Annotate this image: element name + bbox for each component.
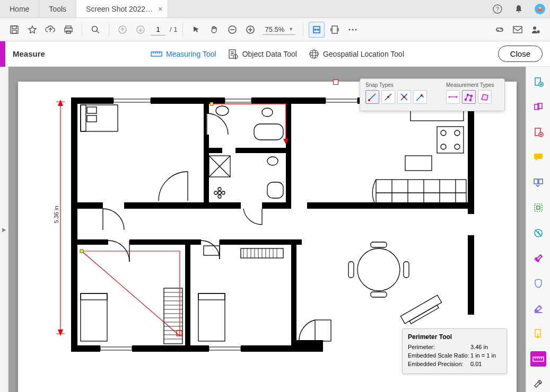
fit-page-icon[interactable] — [327, 22, 343, 38]
tab-document[interactable]: Screen Shot 2022… × — [76, 0, 168, 17]
svg-point-28 — [310, 52, 318, 56]
redact-icon[interactable] — [530, 225, 546, 241]
svg-rect-20 — [513, 26, 522, 33]
svg-rect-63 — [71, 345, 77, 352]
tab-tools[interactable]: Tools — [39, 0, 76, 17]
geospatial-tool-button[interactable]: Geospatial Location Tool — [309, 49, 404, 59]
svg-rect-6 — [12, 30, 16, 33]
zoom-level-dropdown[interactable]: 75.5%▼ — [263, 24, 295, 35]
svg-point-99 — [357, 248, 400, 291]
snap-panel: Snap Types Measurement Types — [360, 78, 505, 111]
svg-rect-61 — [296, 239, 302, 245]
svg-point-72 — [216, 106, 229, 115]
measure-distance-icon[interactable] — [446, 90, 460, 104]
print-icon[interactable] — [60, 22, 76, 38]
fill-sign-icon[interactable] — [530, 301, 546, 317]
chevron-down-icon: ▼ — [289, 26, 293, 32]
combine-files-icon[interactable] — [530, 100, 546, 115]
snap-endpoint-icon[interactable] — [365, 90, 379, 104]
star-icon[interactable] — [24, 22, 40, 38]
zoom-out-icon[interactable] — [224, 22, 240, 38]
svg-rect-135 — [204, 246, 220, 255]
svg-point-175 — [470, 100, 472, 101]
svg-rect-50 — [289, 202, 474, 209]
svg-rect-143 — [80, 250, 83, 253]
tab-home[interactable]: Home — [0, 0, 39, 17]
svg-rect-102 — [348, 262, 354, 278]
annotation-handle[interactable] — [333, 79, 338, 85]
measure-tool-icon[interactable] — [530, 351, 546, 367]
dimension-label: 5.36 in — [53, 206, 59, 223]
bell-icon[interactable] — [513, 3, 525, 15]
svg-point-170 — [449, 96, 450, 98]
zoom-in-icon[interactable] — [242, 22, 258, 38]
svg-rect-58 — [190, 239, 201, 245]
select-tool-icon[interactable] — [188, 22, 204, 38]
close-tab-icon[interactable]: × — [158, 5, 162, 13]
svg-line-159 — [369, 94, 376, 100]
help-icon[interactable]: ? — [492, 3, 503, 15]
svg-rect-56 — [129, 239, 188, 245]
hand-tool-icon[interactable] — [206, 22, 222, 38]
next-page-icon[interactable] — [133, 22, 149, 38]
svg-rect-23 — [151, 52, 162, 56]
svg-rect-91 — [405, 156, 432, 171]
protect-icon[interactable] — [530, 275, 546, 291]
svg-rect-8 — [65, 28, 72, 32]
search-icon[interactable] — [88, 22, 103, 38]
email-icon[interactable] — [510, 22, 526, 38]
svg-rect-64 — [100, 345, 132, 352]
left-panel-toggle[interactable]: ▶ — [0, 67, 8, 392]
svg-rect-66 — [209, 345, 241, 352]
fit-width-icon[interactable] — [309, 22, 325, 38]
measuring-tool-button[interactable]: Measuring Tool — [151, 50, 216, 58]
more-tools-icon[interactable] — [530, 376, 546, 392]
snap-intersection-icon[interactable] — [397, 90, 411, 104]
svg-rect-100 — [371, 242, 387, 247]
save-icon[interactable] — [6, 22, 22, 38]
profile-avatar-icon[interactable] — [534, 3, 546, 15]
svg-point-84 — [218, 195, 221, 198]
more-icon[interactable] — [345, 22, 361, 38]
svg-rect-47 — [286, 97, 291, 206]
export-icon[interactable] — [530, 326, 546, 342]
sign-icon[interactable] — [530, 251, 546, 266]
tab-tools-label: Tools — [49, 5, 66, 13]
snap-perpendicular-icon[interactable] — [413, 90, 427, 104]
tab-document-label: Screen Shot 2022… — [86, 5, 153, 13]
link-icon[interactable] — [492, 22, 508, 38]
perimeter-panel-title: Perimeter Tool — [408, 333, 501, 341]
create-pdf-icon[interactable] — [530, 74, 546, 90]
svg-point-162 — [387, 96, 389, 98]
svg-point-29 — [312, 50, 316, 58]
snap-midpoint-icon[interactable] — [381, 90, 395, 104]
share-user-icon[interactable] — [528, 22, 544, 38]
main-toolbar: / 1 75.5%▼ — [0, 18, 550, 41]
svg-point-171 — [456, 96, 458, 98]
object-data-icon: i — [228, 49, 239, 59]
comment-icon[interactable] — [530, 150, 546, 166]
svg-rect-158 — [533, 357, 544, 361]
edit-pdf-icon[interactable] — [530, 124, 546, 140]
tab-bar: Home Tools Screen Shot 2022… × ? — [0, 0, 550, 18]
svg-point-88 — [455, 130, 460, 136]
object-data-tool-button[interactable]: i Object Data Tool — [228, 49, 297, 59]
svg-rect-52 — [241, 202, 262, 209]
compress-icon[interactable] — [530, 200, 546, 216]
organize-icon[interactable] — [530, 175, 546, 191]
svg-rect-152 — [539, 179, 543, 184]
measure-area-icon[interactable] — [478, 90, 492, 104]
svg-rect-109 — [198, 293, 225, 341]
svg-rect-39 — [225, 97, 251, 104]
svg-point-27 — [310, 50, 318, 58]
measure-perimeter-icon[interactable] — [462, 90, 476, 104]
svg-rect-107 — [81, 293, 107, 341]
svg-point-87 — [441, 130, 446, 136]
cloud-upload-icon[interactable] — [42, 22, 58, 38]
page-number-input[interactable] — [151, 24, 165, 35]
svg-point-81 — [214, 191, 217, 194]
svg-rect-16 — [332, 26, 337, 33]
svg-rect-103 — [404, 262, 409, 278]
prev-page-icon[interactable] — [115, 22, 130, 38]
close-button[interactable]: Close — [498, 46, 543, 62]
